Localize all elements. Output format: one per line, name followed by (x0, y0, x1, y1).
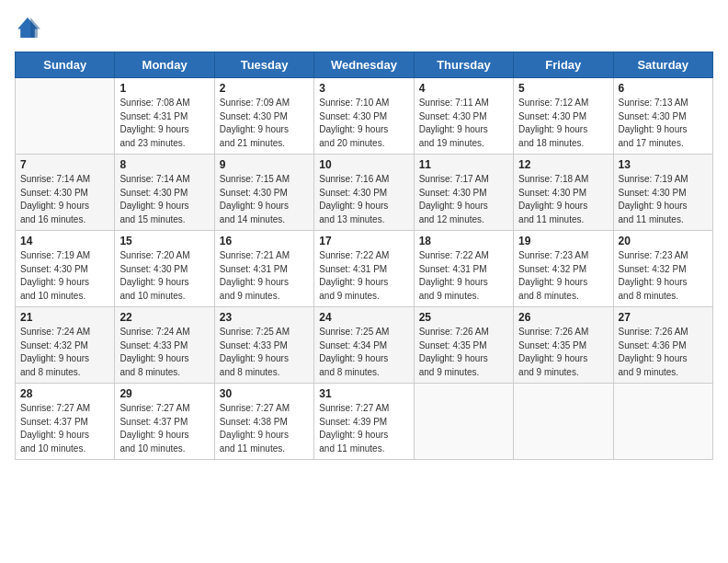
calendar-cell: 6Sunrise: 7:13 AM Sunset: 4:30 PM Daylig… (613, 78, 712, 155)
calendar-table: SundayMondayTuesdayWednesdayThursdayFrid… (15, 52, 713, 460)
day-number: 10 (319, 158, 408, 171)
calendar-cell: 18Sunrise: 7:22 AM Sunset: 4:31 PM Dayli… (414, 231, 513, 307)
calendar-cell (414, 384, 513, 460)
day-number: 28 (20, 387, 109, 400)
calendar-header-friday: Friday (514, 52, 613, 78)
day-info: Sunrise: 7:19 AM Sunset: 4:30 PM Dayligh… (20, 249, 109, 303)
day-number: 31 (319, 387, 408, 400)
day-number: 22 (119, 311, 209, 324)
calendar-cell: 9Sunrise: 7:15 AM Sunset: 4:30 PM Daylig… (214, 155, 313, 231)
calendar-cell: 10Sunrise: 7:16 AM Sunset: 4:30 PM Dayli… (314, 155, 414, 231)
calendar-cell: 29Sunrise: 7:27 AM Sunset: 4:37 PM Dayli… (115, 384, 214, 460)
calendar-header-wednesday: Wednesday (314, 52, 414, 78)
calendar-header-tuesday: Tuesday (214, 52, 313, 78)
day-info: Sunrise: 7:23 AM Sunset: 4:32 PM Dayligh… (518, 249, 608, 303)
day-info: Sunrise: 7:27 AM Sunset: 4:37 PM Dayligh… (20, 402, 109, 455)
day-info: Sunrise: 7:23 AM Sunset: 4:32 PM Dayligh… (619, 249, 708, 303)
day-number: 26 (518, 311, 608, 324)
logo-icon (15, 15, 40, 40)
day-info: Sunrise: 7:22 AM Sunset: 4:31 PM Dayligh… (419, 249, 508, 303)
day-info: Sunrise: 7:25 AM Sunset: 4:33 PM Dayligh… (220, 326, 309, 379)
day-number: 11 (419, 158, 508, 171)
day-number: 20 (619, 235, 708, 247)
calendar-cell: 3Sunrise: 7:10 AM Sunset: 4:30 PM Daylig… (314, 78, 414, 155)
day-info: Sunrise: 7:17 AM Sunset: 4:30 PM Dayligh… (419, 173, 508, 226)
logo (15, 15, 44, 40)
day-number: 5 (518, 82, 608, 95)
day-info: Sunrise: 7:24 AM Sunset: 4:33 PM Dayligh… (119, 326, 209, 379)
calendar-cell: 12Sunrise: 7:18 AM Sunset: 4:30 PM Dayli… (514, 155, 613, 231)
day-number: 3 (319, 82, 408, 95)
calendar-cell: 13Sunrise: 7:19 AM Sunset: 4:30 PM Dayli… (613, 155, 712, 231)
calendar-cell: 8Sunrise: 7:14 AM Sunset: 4:30 PM Daylig… (115, 155, 214, 231)
day-info: Sunrise: 7:26 AM Sunset: 4:35 PM Dayligh… (518, 326, 608, 379)
day-number: 12 (518, 158, 608, 171)
day-info: Sunrise: 7:09 AM Sunset: 4:30 PM Dayligh… (220, 97, 309, 150)
calendar-cell: 27Sunrise: 7:26 AM Sunset: 4:36 PM Dayli… (613, 307, 712, 384)
calendar-cell: 24Sunrise: 7:25 AM Sunset: 4:34 PM Dayli… (314, 307, 414, 384)
calendar-cell: 25Sunrise: 7:26 AM Sunset: 4:35 PM Dayli… (414, 307, 513, 384)
day-info: Sunrise: 7:13 AM Sunset: 4:30 PM Dayligh… (619, 97, 708, 150)
day-info: Sunrise: 7:21 AM Sunset: 4:31 PM Dayligh… (220, 249, 309, 303)
calendar-cell: 28Sunrise: 7:27 AM Sunset: 4:37 PM Dayli… (16, 384, 115, 460)
calendar-header-saturday: Saturday (613, 52, 712, 78)
day-info: Sunrise: 7:12 AM Sunset: 4:30 PM Dayligh… (518, 97, 608, 150)
calendar-cell: 5Sunrise: 7:12 AM Sunset: 4:30 PM Daylig… (514, 78, 613, 155)
day-number: 9 (220, 158, 309, 171)
calendar-cell: 4Sunrise: 7:11 AM Sunset: 4:30 PM Daylig… (414, 78, 513, 155)
day-info: Sunrise: 7:22 AM Sunset: 4:31 PM Dayligh… (319, 249, 408, 303)
day-info: Sunrise: 7:27 AM Sunset: 4:39 PM Dayligh… (319, 402, 408, 455)
calendar-week-row: 14Sunrise: 7:19 AM Sunset: 4:30 PM Dayli… (16, 231, 713, 307)
day-number: 7 (20, 158, 109, 171)
day-info: Sunrise: 7:26 AM Sunset: 4:35 PM Dayligh… (419, 326, 508, 379)
calendar-week-row: 1Sunrise: 7:08 AM Sunset: 4:31 PM Daylig… (16, 78, 713, 155)
calendar-cell (613, 384, 712, 460)
day-info: Sunrise: 7:27 AM Sunset: 4:37 PM Dayligh… (119, 402, 209, 455)
day-number: 8 (119, 158, 209, 171)
calendar-cell: 20Sunrise: 7:23 AM Sunset: 4:32 PM Dayli… (613, 231, 712, 307)
day-info: Sunrise: 7:11 AM Sunset: 4:30 PM Dayligh… (419, 97, 508, 150)
day-number: 19 (518, 235, 608, 247)
page-container: SundayMondayTuesdayWednesdayThursdayFrid… (0, 0, 728, 563)
calendar-header-monday: Monday (115, 52, 214, 78)
calendar-week-row: 21Sunrise: 7:24 AM Sunset: 4:32 PM Dayli… (16, 307, 713, 384)
day-number: 23 (220, 311, 309, 324)
day-number: 13 (619, 158, 708, 171)
calendar-cell (514, 384, 613, 460)
day-number: 4 (419, 82, 508, 95)
day-number: 18 (419, 235, 508, 247)
calendar-cell: 14Sunrise: 7:19 AM Sunset: 4:30 PM Dayli… (16, 231, 115, 307)
day-info: Sunrise: 7:18 AM Sunset: 4:30 PM Dayligh… (518, 173, 608, 226)
day-number: 30 (220, 387, 309, 400)
day-info: Sunrise: 7:27 AM Sunset: 4:38 PM Dayligh… (220, 402, 309, 455)
calendar-cell: 22Sunrise: 7:24 AM Sunset: 4:33 PM Dayli… (115, 307, 214, 384)
calendar-cell: 15Sunrise: 7:20 AM Sunset: 4:30 PM Dayli… (115, 231, 214, 307)
day-info: Sunrise: 7:26 AM Sunset: 4:36 PM Dayligh… (619, 326, 708, 379)
calendar-cell: 1Sunrise: 7:08 AM Sunset: 4:31 PM Daylig… (115, 78, 214, 155)
day-info: Sunrise: 7:08 AM Sunset: 4:31 PM Dayligh… (119, 97, 209, 150)
day-info: Sunrise: 7:14 AM Sunset: 4:30 PM Dayligh… (20, 173, 109, 226)
day-number: 6 (619, 82, 708, 95)
day-number: 14 (20, 235, 109, 247)
day-info: Sunrise: 7:25 AM Sunset: 4:34 PM Dayligh… (319, 326, 408, 379)
calendar-header-thursday: Thursday (414, 52, 513, 78)
svg-marker-1 (30, 17, 40, 38)
day-number: 29 (119, 387, 209, 400)
day-number: 16 (220, 235, 309, 247)
day-number: 21 (20, 311, 109, 324)
day-number: 27 (619, 311, 708, 324)
day-info: Sunrise: 7:20 AM Sunset: 4:30 PM Dayligh… (119, 249, 209, 303)
day-number: 25 (419, 311, 508, 324)
day-number: 17 (319, 235, 408, 247)
day-number: 2 (220, 82, 309, 95)
calendar-cell: 16Sunrise: 7:21 AM Sunset: 4:31 PM Dayli… (214, 231, 313, 307)
calendar-cell: 23Sunrise: 7:25 AM Sunset: 4:33 PM Dayli… (214, 307, 313, 384)
day-info: Sunrise: 7:10 AM Sunset: 4:30 PM Dayligh… (319, 97, 408, 150)
calendar-cell: 2Sunrise: 7:09 AM Sunset: 4:30 PM Daylig… (214, 78, 313, 155)
calendar-cell: 21Sunrise: 7:24 AM Sunset: 4:32 PM Dayli… (16, 307, 115, 384)
day-info: Sunrise: 7:24 AM Sunset: 4:32 PM Dayligh… (20, 326, 109, 379)
calendar-cell: 19Sunrise: 7:23 AM Sunset: 4:32 PM Dayli… (514, 231, 613, 307)
calendar-cell: 17Sunrise: 7:22 AM Sunset: 4:31 PM Dayli… (314, 231, 414, 307)
day-info: Sunrise: 7:19 AM Sunset: 4:30 PM Dayligh… (619, 173, 708, 226)
calendar-week-row: 28Sunrise: 7:27 AM Sunset: 4:37 PM Dayli… (16, 384, 713, 460)
